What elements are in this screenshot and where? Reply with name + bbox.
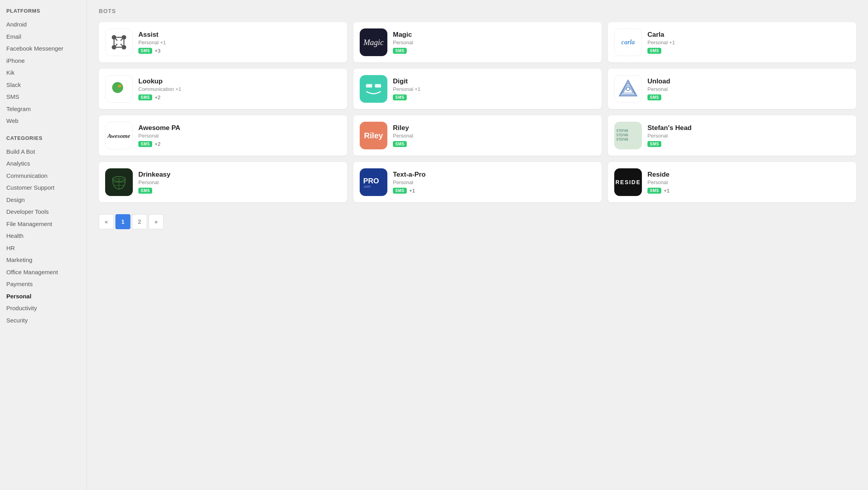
bot-info: Assist Personal +1 SMS+3 [138,31,341,54]
bot-name: Drinkeasy [138,171,341,179]
sidebar-category-item[interactable]: Personal [6,290,79,303]
bot-card[interactable]: STEFAN STEFAN STEFAN Stefan's Head Perso… [608,115,856,156]
bot-name: Carla [647,31,850,39]
bot-card[interactable]: PRO .com Text-a-Pro Personal SMS+1 [353,162,602,202]
bot-category: Personal [393,179,595,185]
bot-name: Text-a-Pro [393,171,595,179]
sidebar-platform-item[interactable]: Android [6,19,79,31]
svg-text:PRO: PRO [363,177,379,185]
bot-card[interactable]: Awesome Awesome PA Personal SMS+2 [99,115,347,156]
sidebar-platform-item[interactable]: Web [6,115,79,127]
bot-info: Digit Personal +1 SMS [393,77,595,100]
bot-card[interactable]: Assist Personal +1 SMS+3 [99,22,347,62]
bot-card[interactable]: carla Carla Personal +1 SMS [608,22,856,62]
categories-title: CATEGORIES [6,135,79,141]
bot-info: Lookup Communication +1 SMS+2 [138,77,341,100]
sidebar-category-item[interactable]: Productivity [6,302,79,315]
sidebar-category-item[interactable]: Communication [6,170,79,182]
svg-point-13 [118,85,121,88]
sidebar-platform-item[interactable]: iPhone [6,55,79,67]
sidebar-platform-item[interactable]: Slack [6,79,79,91]
bot-card[interactable]: Unload Personal SMS [608,69,856,109]
sms-badge: SMS [393,48,407,54]
bot-card[interactable]: Riley Riley Personal SMS [353,115,602,156]
sidebar-category-item[interactable]: Design [6,194,79,206]
bot-category: Personal [647,133,850,139]
bot-category: Communication +1 [138,86,341,92]
bot-card[interactable]: RESIDE Reside Personal SMS+1 [608,162,856,202]
bot-badges: SMS [138,188,341,194]
svg-point-2 [112,45,117,50]
svg-line-11 [121,44,122,45]
bot-badges: SMS+3 [138,48,341,54]
extra-badge: +2 [155,94,160,100]
svg-rect-14 [366,84,372,88]
sidebar-platform-item[interactable]: Facebook Messenger [6,43,79,55]
bot-name: Unload [647,77,850,85]
sidebar-category-item[interactable]: Developer Tools [6,206,79,218]
bot-badges: SMS [647,48,850,54]
sms-badge: SMS [138,48,152,54]
svg-point-19 [626,87,630,91]
svg-rect-15 [375,84,381,88]
bot-name: Magic [393,31,595,39]
sms-badge: SMS [647,94,661,100]
sidebar-platform-item[interactable]: Telegram [6,103,79,115]
sms-badge: SMS [138,141,152,147]
svg-point-0 [112,35,117,40]
bot-category: Personal +1 [138,40,341,45]
bot-name: Riley [393,124,595,132]
pagination-page-2[interactable]: 2 [132,214,147,229]
svg-line-9 [121,39,122,41]
svg-point-3 [122,45,126,50]
bot-category: Personal [393,40,595,45]
svg-line-10 [116,44,117,45]
sms-badge: SMS [393,141,407,147]
bot-badges: SMS+1 [647,188,850,194]
pagination-page-1[interactable]: 1 [115,214,130,229]
extra-badge: +2 [155,141,160,147]
bot-info: Awesome PA Personal SMS+2 [138,124,341,147]
bot-info: Drinkeasy Personal SMS [138,171,341,194]
svg-text:Awesome: Awesome [107,132,130,139]
bot-badges: SMS [393,48,595,54]
sidebar-category-item[interactable]: Analytics [6,158,79,170]
bot-card[interactable]: Magic Magic Personal SMS [353,22,602,62]
sidebar-category-item[interactable]: Customer Support [6,182,79,194]
sidebar-category-item[interactable]: File Management [6,218,79,230]
pagination-prev[interactable]: « [99,214,114,229]
main-content: BOTS Assist Pers [87,0,868,490]
bot-info: Carla Personal +1 SMS [647,31,850,54]
sidebar-platform-item[interactable]: SMS [6,91,79,103]
categories-list: Build A BotAnalyticsCommunicationCustome… [6,146,79,327]
bots-section-title: BOTS [99,8,856,14]
bot-badges: SMS+1 [393,188,595,194]
bot-name: Digit [393,77,595,85]
sidebar-category-item[interactable]: Health [6,230,79,242]
bot-category: Personal +1 [393,86,595,92]
bot-badges: SMS+2 [138,94,341,100]
pagination-next[interactable]: » [149,214,164,229]
sidebar-category-item[interactable]: HR [6,242,79,254]
sidebar-platform-item[interactable]: Kik [6,67,79,79]
bot-category: Personal [138,133,341,139]
bot-name: Assist [138,31,341,39]
sidebar-category-item[interactable]: Office Management [6,266,79,279]
svg-point-12 [112,82,123,93]
sidebar-platform-item[interactable]: Email [6,31,79,43]
extra-badge: +1 [664,188,670,194]
svg-text:.com: .com [363,185,370,188]
bot-info: Stefan's Head Personal SMS [647,124,850,147]
sidebar-category-item[interactable]: Marketing [6,254,79,266]
svg-point-1 [122,35,126,40]
bot-card[interactable]: Drinkeasy Personal SMS [99,162,347,202]
bot-badges: SMS [647,141,850,147]
svg-line-8 [116,39,117,41]
sidebar-category-item[interactable]: Build A Bot [6,146,79,158]
sidebar-category-item[interactable]: Security [6,315,79,327]
bot-card[interactable]: Digit Personal +1 SMS [353,69,602,109]
sidebar: PLATFORMS AndroidEmailFacebook Messenger… [0,0,87,490]
bot-card[interactable]: Lookup Communication +1 SMS+2 [99,69,347,109]
bot-category: Personal +1 [647,40,850,45]
sidebar-category-item[interactable]: Payments [6,278,79,290]
